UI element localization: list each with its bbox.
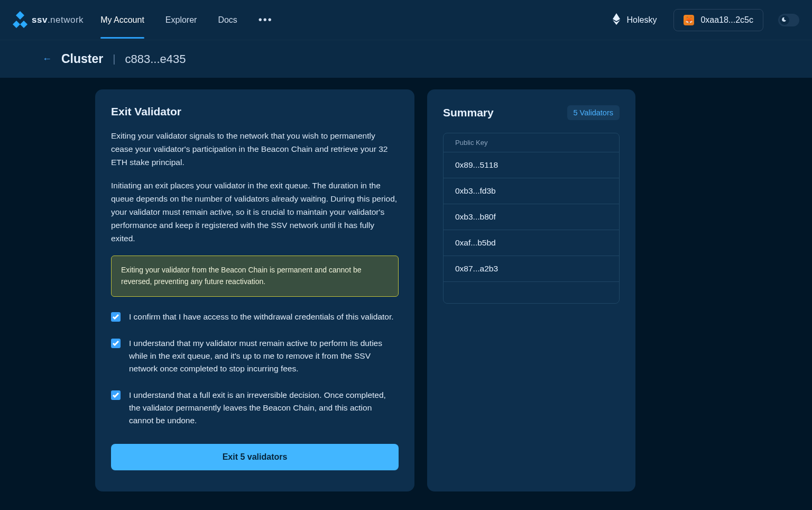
- content-area: Exit Validator Exiting your validator si…: [0, 78, 812, 491]
- nav-more-icon[interactable]: •••: [259, 14, 273, 26]
- table-row: 0xb3...b80f: [444, 204, 619, 230]
- paragraph-2: Initiating an exit places your validator…: [111, 179, 399, 245]
- nav-my-account[interactable]: My Account: [100, 2, 144, 39]
- exit-validator-card: Exit Validator Exiting your validator si…: [95, 89, 414, 491]
- card-title: Exit Validator: [111, 105, 399, 118]
- confirm-text-2: I understand that my validator must rema…: [129, 337, 399, 375]
- moon-icon: [780, 15, 789, 25]
- validator-count-badge: 5 Validators: [567, 105, 620, 120]
- checkbox-1[interactable]: [111, 312, 121, 322]
- network-name: Holesky: [626, 15, 657, 25]
- table-header: Public Key: [444, 133, 619, 152]
- paragraph-1: Exiting your validator signals to the ne…: [111, 130, 399, 169]
- logo[interactable]: ssv.network: [13, 11, 84, 29]
- warning-box: Exiting your validator from the Beacon C…: [111, 256, 399, 296]
- main-nav: My Account Explorer Docs •••: [100, 2, 273, 39]
- confirm-text-3: I understand that a full exit is an irre…: [129, 389, 399, 427]
- confirm-row-2: I understand that my validator must rema…: [111, 337, 399, 375]
- ethereum-icon: [613, 13, 620, 27]
- confirm-row-3: I understand that a full exit is an irre…: [111, 389, 399, 427]
- logo-text: ssv.network: [32, 15, 84, 25]
- ssv-logo-icon: [13, 11, 27, 29]
- table-row: 0xaf...b5bd: [444, 230, 619, 256]
- confirm-row-1: I confirm that I have access to the with…: [111, 311, 399, 323]
- wallet-button[interactable]: 🦊 0xaa18...2c5c: [673, 9, 763, 31]
- validators-table: Public Key 0x89...5118 0xb3...fd3b 0xb3.…: [443, 133, 620, 304]
- topbar: ssv.network My Account Explorer Docs •••…: [0, 0, 812, 40]
- checkbox-3[interactable]: [111, 390, 121, 400]
- nav-explorer[interactable]: Explorer: [165, 2, 197, 39]
- summary-card: Summary 5 Validators Public Key 0x89...5…: [427, 89, 635, 491]
- table-row: 0x87...a2b3: [444, 256, 619, 282]
- svg-marker-2: [20, 21, 27, 28]
- table-row: 0x89...5118: [444, 152, 619, 178]
- checkbox-2[interactable]: [111, 339, 121, 348]
- nav-docs[interactable]: Docs: [218, 2, 237, 39]
- metamask-icon: 🦊: [684, 15, 694, 25]
- breadcrumb-bar: ← Cluster | c883...e435: [0, 40, 812, 78]
- svg-marker-0: [16, 11, 24, 20]
- exit-validators-button[interactable]: Exit 5 validators: [111, 444, 399, 470]
- table-footer-spacer: [444, 282, 619, 303]
- network-selector[interactable]: Holesky: [613, 13, 657, 27]
- page-title: Cluster: [61, 52, 103, 66]
- svg-marker-1: [13, 21, 20, 28]
- table-row: 0xb3...fd3b: [444, 178, 619, 204]
- back-arrow-icon[interactable]: ←: [42, 53, 52, 65]
- theme-toggle[interactable]: [778, 14, 799, 26]
- separator: |: [113, 53, 115, 65]
- cluster-id: c883...e435: [125, 52, 186, 66]
- confirm-text-1: I confirm that I have access to the with…: [129, 311, 394, 323]
- wallet-address: 0xaa18...2c5c: [700, 15, 753, 25]
- summary-title: Summary: [443, 106, 494, 119]
